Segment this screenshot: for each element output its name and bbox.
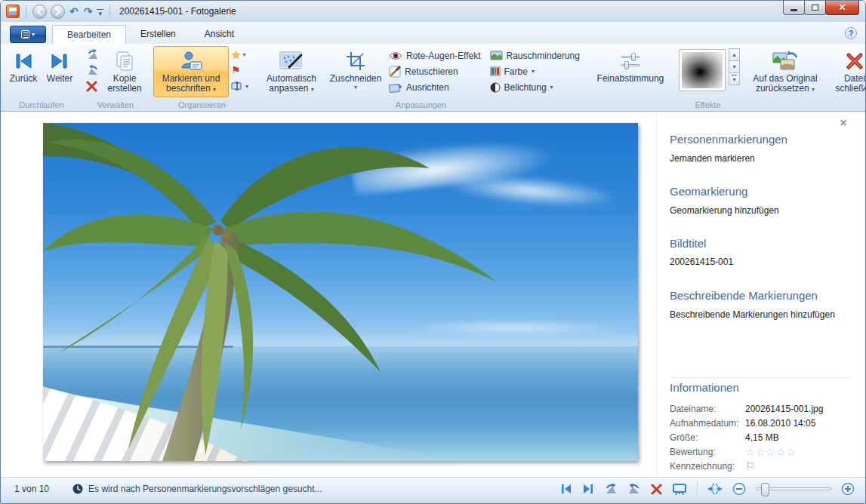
titlebar: ↶ ↷ ▾ 200261415-001 - Fotogalerie ✕ [1,1,865,22]
caption-button[interactable]: ▾ [231,79,248,93]
content-area: ✕ Personenmarkierungen Jemanden markiere… [1,112,865,477]
panel-close-icon[interactable]: ✕ [840,118,847,128]
tab-erstellen[interactable]: Erstellen [126,25,190,44]
ausrichten-button[interactable]: Ausrichten [385,79,486,95]
chevron-down-icon: ▾ [354,84,357,91]
rotate-left-button[interactable] [86,48,100,61]
undo-icon[interactable]: ↶ [69,5,79,18]
rotate-left-button[interactable] [604,483,618,495]
rating-star-button[interactable]: ★ ▾ [231,48,248,61]
info-panel: ✕ Personenmarkierungen Jemanden markiere… [656,112,865,477]
file-menu-button[interactable]: ▾ [10,26,46,43]
geomarkierung-hinzufuegen-link[interactable]: Geomarkierung hinzufügen [670,205,850,216]
group-durchlaufen: Zurück Weiter Durchlaufen [2,45,81,111]
photo-canvas[interactable] [43,123,638,461]
tag-person-icon [178,48,204,74]
gallery-up-button[interactable]: ▴ [729,48,740,61]
rotate-right-button[interactable] [86,63,100,77]
group-effekte: ▴ ▾ ▾ Effekte [673,45,743,111]
zoom-out-button[interactable] [732,482,746,496]
group-zuruecksetzen: Auf das Original zurücksetzen ▾ [743,45,827,111]
rating-stars-icon[interactable]: ☆☆☆☆☆ [745,446,797,458]
group-verwalten: Kopie erstellen Verwalten [81,45,150,111]
info-row-dateiname: Dateiname: 200261415-001.jpg [670,401,850,416]
star-icon: ★ [231,49,241,60]
window-frame [1,500,865,503]
noise-reduction-icon [490,51,503,60]
restore-button[interactable] [804,1,826,15]
app-icon[interactable] [6,5,20,18]
previous-icon [14,48,33,74]
zoom-slider[interactable] [756,487,831,490]
gallery-down-button[interactable]: ▾ [729,60,740,73]
chevron-down-icon: ▾ [32,31,35,38]
feinabstimmung-button[interactable]: Feinabstimmung [591,46,670,97]
chevron-down-icon: ▾ [213,86,216,93]
tab-bearbeiten[interactable]: Bearbeiten [52,25,126,44]
menu-icon [21,30,29,38]
chevron-down-icon: ▾ [812,86,815,93]
revert-original-icon [772,48,799,74]
divider [26,5,26,17]
next-photo-button[interactable] [582,484,594,494]
photo-position-counter: 1 von 10 [14,484,49,494]
help-icon[interactable]: ? [845,27,857,39]
previous-photo-button[interactable] [560,484,572,494]
close-button[interactable]: ✕ [825,1,859,15]
zoom-in-button[interactable] [841,482,855,496]
delete-button[interactable] [86,79,100,93]
chevron-down-icon: ▾ [245,83,248,90]
redo-icon[interactable]: ↷ [83,5,94,18]
divider [697,481,698,496]
info-row-aufnahmedatum: Aufnahmedatum: 16.08.2010 14:05 [670,416,850,430]
auf-original-zuruecksetzen-button[interactable]: Auf das Original zurücksetzen ▾ [746,46,824,97]
beschreibende-markierungen-heading: Beschreibende Markierungen [670,289,850,302]
belichtung-button[interactable]: Belichtung ▾ [486,79,585,95]
slideshow-button[interactable] [672,483,687,495]
fit-to-window-button[interactable] [707,483,723,495]
datei-schliessen-button[interactable]: Datei schließen [831,46,866,97]
geomarkierung-heading: Geomarkierung [670,185,850,198]
markieren-und-beschriften-button[interactable]: Markieren und beschriften ▾ [153,46,229,97]
rotate-right-button[interactable] [627,483,641,495]
effects-gallery-thumbnail[interactable] [679,49,726,91]
gallery-more-button[interactable]: ▾ [729,72,740,85]
rote-augen-effekt-button[interactable]: Rote-Augen-Effekt [385,48,486,63]
info-row-kennzeichnung: Kennzeichnung: ⚐ [670,459,850,473]
sliders-icon [619,48,642,74]
kopie-erstellen-button[interactable]: Kopie erstellen [102,46,147,97]
beschreibende-markierungen-link[interactable]: Beschreibende Markierungen hinzufügen [670,309,850,320]
zoom-slider-handle[interactable] [761,483,769,496]
copy-icon [114,48,135,74]
delete-photo-button[interactable] [651,484,662,495]
back-icon[interactable] [32,5,47,19]
ribbon-tab-row: ▾ Bearbeiten Erstellen Ansicht ? [1,22,865,44]
zuschneiden-button[interactable]: Zuschneiden ▾ [326,46,385,97]
jemanden-markieren-link[interactable]: Jemanden markieren [670,153,850,164]
delete-icon [86,81,97,92]
minimize-button[interactable] [783,1,805,15]
farbe-button[interactable]: Farbe ▾ [486,63,585,79]
zurueck-button[interactable]: Zurück [5,46,42,97]
group-feinabstimmung: Feinabstimmung [588,45,673,111]
quick-access-dropdown-icon[interactable]: ▾ [97,9,103,17]
palm-tree [43,123,638,461]
bildtitel-heading: Bildtitel [670,237,850,250]
automatisch-anpassen-button[interactable]: Automatisch anpassen ▾ [257,46,326,97]
panel-divider [670,377,850,378]
retuschieren-button[interactable]: Retuschieren [385,63,486,79]
rauschminderung-button[interactable]: Rauschminderung [486,48,585,63]
flag-button[interactable]: ⚑ [231,63,248,77]
crop-icon [345,48,366,74]
bildtitel-value[interactable]: 200261415-001 [670,257,850,267]
tab-ansicht[interactable]: Ansicht [190,25,248,44]
info-row-bewertung: Bewertung: ☆☆☆☆☆ [670,444,850,459]
close-file-icon [845,48,864,74]
info-row-groesse: Größe: 4,15 MB [670,430,850,444]
straighten-icon [389,82,402,93]
forward-icon[interactable] [51,5,65,19]
color-icon [490,66,501,76]
brush-icon [389,66,401,78]
flag-outline-icon[interactable]: ⚐ [745,460,755,472]
weiter-button[interactable]: Weiter [42,46,78,97]
